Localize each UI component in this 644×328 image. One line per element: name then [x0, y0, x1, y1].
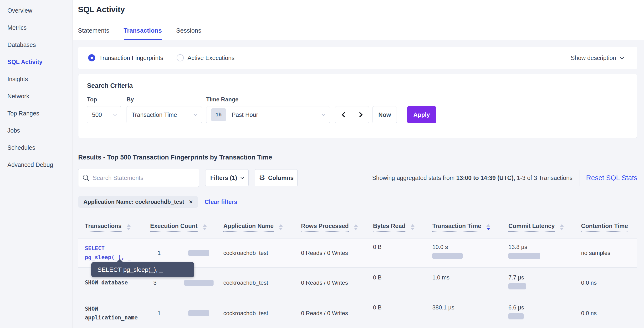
- column-header-commit-latency: Commit Latency: [502, 216, 574, 238]
- sidebar-item-network[interactable]: Network: [0, 88, 72, 105]
- transaction-fingerprint-text[interactable]: SHOW application_name: [85, 305, 144, 322]
- sort-toggle[interactable]: [279, 224, 283, 230]
- vertical-divider: [579, 170, 580, 186]
- search-statements-input[interactable]: [93, 174, 195, 181]
- sidebar-item-databases[interactable]: Databases: [0, 36, 72, 53]
- column-header-rows-processed: Rows Processed: [294, 216, 366, 238]
- transaction-fingerprint-text[interactable]: SHOW database: [85, 278, 144, 287]
- sort-asc-icon: [279, 224, 283, 227]
- sidebar: Overview Metrics Databases SQL Activity …: [0, 0, 73, 328]
- sort-toggle[interactable]: [411, 224, 414, 230]
- columns-label: Columns: [268, 174, 294, 181]
- table-header-row: Transactions Execution Count Application…: [78, 216, 637, 238]
- tab-transactions[interactable]: Transactions: [124, 27, 162, 40]
- commit-latency-value: 7.7 µs: [508, 274, 574, 281]
- transaction-fingerprint-link[interactable]: SELECT pg_sleep(_), _: [85, 244, 144, 262]
- sidebar-item-sql-activity[interactable]: SQL Activity: [0, 53, 72, 70]
- by-label: By: [126, 96, 206, 103]
- bytes-read-value: 0 B: [366, 238, 426, 267]
- filter-chip-label: Application Name: cockroachdb_test: [84, 198, 184, 205]
- sort-desc-icon: [354, 228, 358, 230]
- chevron-down-icon: [322, 112, 326, 116]
- sidebar-item-advanced-debug[interactable]: Advanced Debug: [0, 156, 72, 173]
- sort-toggle[interactable]: [354, 224, 358, 230]
- top-select-value: 500: [92, 111, 102, 118]
- show-description-toggle[interactable]: Show description: [571, 54, 624, 61]
- sort-toggle[interactable]: [486, 224, 490, 230]
- filter-chip-application-name[interactable]: Application Name: cockroachdb_test ×: [78, 196, 198, 208]
- time-range-pager: [335, 106, 369, 123]
- stats-area: Showing aggregated stats from 13:00 to 1…: [372, 170, 637, 186]
- time-range-select[interactable]: 1h Past Hour: [206, 106, 330, 123]
- radio-label: Active Executions: [188, 54, 234, 61]
- apply-button[interactable]: Apply: [407, 106, 436, 123]
- sidebar-item-insights[interactable]: Insights: [0, 70, 72, 88]
- filters-label: Filters (1): [210, 174, 237, 181]
- stats-time-range: 13:00 to 14:39 (UTC): [456, 174, 514, 181]
- commit-latency-value: 13.8 µs: [508, 244, 574, 250]
- active-filters-row: Application Name: cockroachdb_test × Cle…: [78, 196, 637, 208]
- sort-asc-icon: [203, 224, 207, 227]
- statement-tooltip: SELECT pg_sleep(_), _: [91, 262, 194, 277]
- filters-button[interactable]: Filters (1): [205, 169, 248, 186]
- execution-count-value: 3: [154, 279, 184, 286]
- radio-transaction-fingerprints[interactable]: Transaction Fingerprints: [88, 54, 163, 61]
- show-description-label: Show description: [571, 54, 616, 61]
- tab-sessions[interactable]: Sessions: [176, 27, 202, 40]
- sidebar-item-jobs[interactable]: Jobs: [0, 122, 72, 139]
- sort-toggle[interactable]: [127, 224, 130, 230]
- chevron-right-icon: [357, 112, 362, 118]
- sort-asc-icon: [354, 224, 358, 227]
- tab-statements[interactable]: Statements: [78, 27, 110, 40]
- sort-desc-icon: [411, 228, 414, 230]
- column-header-execution-count: Execution Count: [144, 216, 217, 238]
- page-header: SQL Activity Statements Transactions Ses…: [73, 0, 644, 40]
- sidebar-item-metrics[interactable]: Metrics: [0, 19, 72, 36]
- transaction-time-bar: [432, 253, 462, 259]
- reset-sql-stats-link[interactable]: Reset SQL Stats: [586, 174, 637, 182]
- rows-processed-value: 0 Reads / 0 Writes: [294, 268, 366, 298]
- sort-asc-icon: [127, 224, 130, 227]
- next-range-button[interactable]: [352, 106, 369, 123]
- search-statements-box: [78, 169, 199, 187]
- column-header-transaction-time: Transaction Time: [426, 216, 502, 238]
- top-field: Top 500: [87, 96, 126, 123]
- radio-selected-icon[interactable]: [88, 54, 95, 61]
- by-field: By Transaction Time: [126, 96, 206, 123]
- sort-toggle[interactable]: [203, 224, 207, 230]
- chevron-left-icon: [342, 112, 347, 118]
- top-label: Top: [87, 96, 126, 103]
- by-select-value: Transaction Time: [132, 111, 177, 118]
- sidebar-item-top-ranges[interactable]: Top Ranges: [0, 105, 72, 122]
- top-select[interactable]: 500: [87, 106, 121, 123]
- previous-range-button[interactable]: [335, 106, 352, 123]
- sort-toggle[interactable]: [560, 224, 564, 230]
- aggregated-stats-text: Showing aggregated stats from 13:00 to 1…: [372, 174, 572, 181]
- search-criteria-panel: Search Criteria Top 500 By Transaction T…: [78, 74, 637, 138]
- time-range-badge: 1h: [211, 108, 226, 121]
- results-controls: Filters (1) ⚙ Columns Showing aggregated…: [78, 169, 637, 187]
- commit-latency-value: 6.6 µs: [508, 304, 574, 311]
- execution-count-value: 1: [158, 250, 188, 256]
- chevron-down-icon: [240, 175, 244, 179]
- search-criteria-form: Top 500 By Transaction Time Time Range: [87, 96, 628, 123]
- radio-active-executions[interactable]: Active Executions: [176, 54, 234, 61]
- transaction-time-value: 10.0 s: [432, 244, 502, 250]
- now-button[interactable]: Now: [372, 106, 397, 123]
- gear-icon: ⚙: [259, 174, 265, 181]
- clear-filters-link[interactable]: Clear filters: [204, 198, 238, 205]
- columns-button[interactable]: ⚙ Columns: [255, 169, 298, 186]
- radio-unselected-icon[interactable]: [176, 54, 184, 61]
- sort-desc-icon-active: [486, 228, 490, 230]
- sidebar-item-overview[interactable]: Overview: [0, 2, 72, 19]
- chevron-down-icon: [194, 112, 198, 116]
- rows-processed-value: 0 Reads / 0 Writes: [294, 238, 366, 267]
- sidebar-item-schedules[interactable]: Schedules: [0, 139, 72, 156]
- contention-time-value: no samples: [574, 238, 636, 267]
- commit-latency-bar: [508, 283, 526, 290]
- close-icon[interactable]: ×: [189, 198, 193, 205]
- by-select[interactable]: Transaction Time: [126, 106, 202, 123]
- bytes-read-value: 0 B: [366, 298, 426, 328]
- column-header-bytes-read: Bytes Read: [366, 216, 426, 238]
- sort-asc-icon: [560, 224, 564, 227]
